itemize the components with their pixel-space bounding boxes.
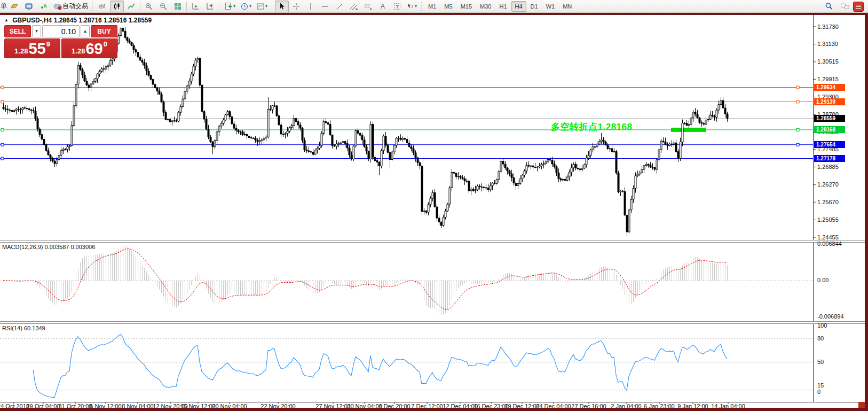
ohlc-open: 1.28645 [54,17,77,24]
level-handle[interactable] [796,143,799,146]
macd-signal-line [3,249,727,310]
bar-chart-icon[interactable] [96,1,109,12]
buy-price-point: 0 [104,40,107,48]
window-frame-right [865,15,868,411]
timeframe-button-mn[interactable]: MN [559,1,575,12]
chevron-down-icon: ▾ [233,4,235,9]
rsi-value: 60.1349 [24,325,45,331]
periods-menu-button[interactable]: ▾ [238,1,254,12]
buy-button[interactable]: BUY [91,25,117,37]
timeframe-button-m5[interactable]: M5 [440,1,456,12]
timeframe-button-w1[interactable]: W1 [542,1,559,12]
volume-decrease-button[interactable]: ▼ [32,25,41,37]
buy-price-int: 1.28 [72,47,85,55]
toolbar-grip [421,2,423,11]
new-order-icon[interactable] [7,1,21,12]
auto-scroll-icon[interactable] [188,1,202,12]
fibo-sub-label: F [370,7,372,11]
window-control-button[interactable] [853,2,864,12]
chevron-down-icon: ▾ [249,4,251,9]
symbol-label: GBPUSD-,H4 [12,17,52,24]
macd-indicator-label: MACD(12,26,9) 0.003587 0.003006 [2,244,95,250]
timeframe-button-m1[interactable]: M1 [424,1,440,12]
sell-price-point: 9 [46,40,50,48]
turning-point-highlight-bar[interactable] [671,128,706,132]
horizontal-line-tool-icon[interactable] [318,1,332,12]
candlestick-chart-icon[interactable] [110,1,124,12]
vertical-line-tool-icon[interactable] [304,1,318,12]
trendline-tool-icon[interactable] [333,1,346,12]
level-handle[interactable] [796,100,799,103]
fibonacci-tool-icon[interactable]: F [361,1,375,12]
macd-signal-value: 0.003006 [70,244,95,250]
sell-price-pips: 55 [28,41,45,57]
ohlc-low: 1.28516 [104,17,127,24]
turning-point-annotation: 多空转折点1.28168 [551,121,632,133]
chart-shift-icon[interactable] [203,1,217,12]
line-chart-icon[interactable] [124,1,138,12]
label-tool-icon[interactable]: T [390,1,404,12]
chart-symbol-title: ▲ GBPUSD-,H4 1.28645 1.28716 1.28516 1.2… [4,17,152,24]
text-tool-icon[interactable]: A [376,1,390,12]
level-handle[interactable] [1,143,4,146]
chart-canvas[interactable] [0,15,865,408]
templates-menu-button[interactable]: ▾ [254,1,270,12]
channel-sub-label: E [356,7,358,11]
toolbar-separator [140,2,140,11]
window-frame-corner[interactable] [858,402,865,408]
zoom-out-icon[interactable] [156,1,170,12]
arrows-menu-button[interactable]: ▾ [405,1,419,12]
level-handle[interactable] [796,128,799,131]
search-icon[interactable] [822,1,836,12]
timeframe-button-m15[interactable]: M15 [457,1,476,12]
window-frame-top [0,13,868,15]
chevron-down-icon: ▾ [265,4,267,9]
sell-button[interactable]: SELL [4,25,31,37]
buy-price-display[interactable]: 1.28690 [61,38,117,58]
auto-trading-button[interactable]: 自动交易 [51,1,90,12]
one-click-trading-panel: SELL ▼ 0.10 ▲ BUY 1.28559 1.28690 [4,25,117,58]
channel-tool-icon[interactable]: E [347,1,361,12]
toolbar-grip [218,2,220,11]
terminal-icon[interactable] [22,1,36,12]
main-toolbar: 单 自动交易 ▾ ▾ [0,0,868,13]
timeframe-button-d1[interactable]: D1 [527,1,542,12]
collapse-panel-icon[interactable]: ▲ [4,18,9,22]
tile-windows-icon[interactable] [171,1,185,12]
chat-icon[interactable] [838,1,852,12]
macd-histogram [4,245,728,315]
chevron-down-icon: ▾ [415,4,417,9]
timeframe-button-h1[interactable]: H1 [495,1,510,12]
toolbar-grip [271,2,273,11]
toolbar-separator [186,2,187,11]
order-menu-label[interactable]: 单 [1,2,7,11]
time-axis-line [0,402,865,402]
auto-trading-label: 自动交易 [62,2,88,11]
macd-value: 0.003587 [44,244,69,250]
indicators-menu-button[interactable]: ▾ [222,1,238,12]
ohlc-close: 1.28559 [129,17,152,24]
level-handle[interactable] [1,157,4,160]
sell-price-display[interactable]: 1.28559 [4,38,60,58]
cursor-tool-icon[interactable] [275,1,289,12]
signal-icon[interactable] [36,1,50,12]
zoom-in-icon[interactable] [142,1,156,12]
chart-window: ▲ GBPUSD-,H4 1.28645 1.28716 1.28516 1.2… [0,15,865,408]
rsi-window-separator[interactable] [0,321,865,324]
level-handle[interactable] [1,86,4,89]
sell-price-int: 1.28 [14,47,28,55]
volume-increase-button[interactable]: ▲ [81,25,90,37]
label-tool-letter: T [396,4,399,9]
level-handle[interactable] [1,100,4,103]
timeframe-toolbar: M1M5M15M30H1H4D1W1MN [424,1,575,12]
volume-input[interactable]: 0.10 [42,25,80,37]
macd-window-separator[interactable] [0,240,865,243]
crosshair-tool-icon[interactable] [289,1,303,12]
rsi-line [33,335,727,398]
level-handle[interactable] [796,86,799,89]
window-frame-bottom [0,408,868,411]
toolbar-grip [92,2,94,11]
timeframe-button-h4[interactable]: H4 [511,1,526,12]
level-handle[interactable] [1,128,4,131]
timeframe-button-m30[interactable]: M30 [476,1,495,12]
